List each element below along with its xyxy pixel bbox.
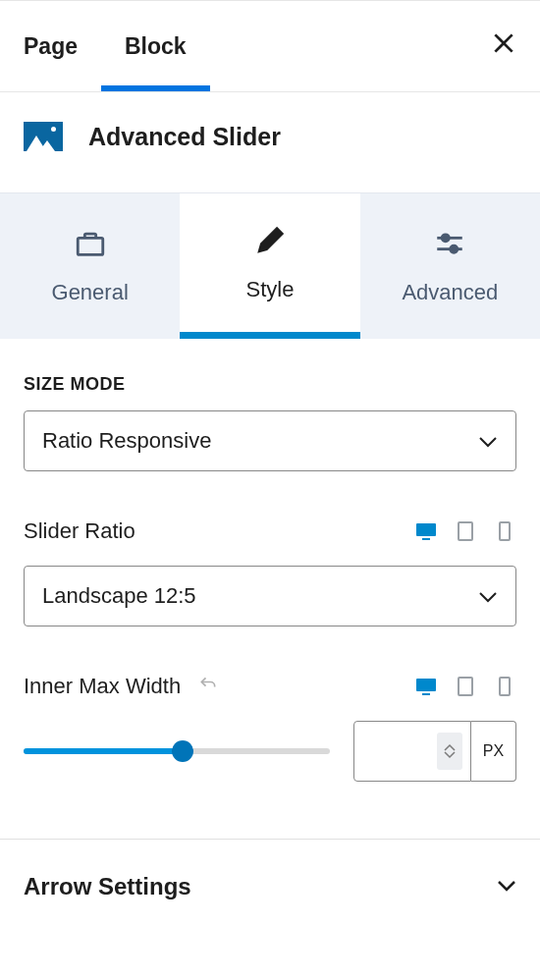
slider-ratio-value: Landscape 12:5 — [42, 583, 196, 609]
subtab-advanced[interactable]: Advanced — [360, 193, 540, 339]
svg-rect-14 — [500, 678, 510, 695]
close-button[interactable] — [491, 30, 516, 63]
svg-rect-11 — [416, 679, 436, 691]
subtab-style[interactable]: Style — [180, 193, 359, 339]
chevron-down-icon — [478, 428, 498, 454]
tab-block[interactable]: Block — [101, 1, 210, 91]
mobile-icon[interactable] — [493, 675, 516, 698]
slider-ratio-label: Slider Ratio — [24, 518, 135, 544]
subtab-general[interactable]: General — [0, 193, 180, 339]
inspector-top-tabs: Page Block — [0, 0, 540, 92]
tablet-icon[interactable] — [454, 675, 477, 698]
reset-icon[interactable] — [198, 675, 218, 698]
size-mode-label: SIZE MODE — [24, 374, 516, 395]
chevron-down-icon — [478, 583, 498, 609]
device-toggles — [414, 519, 516, 543]
svg-rect-8 — [422, 538, 430, 540]
style-sub-tabs: General Style Advanced — [0, 192, 540, 339]
svg-rect-7 — [416, 523, 436, 536]
close-icon — [491, 30, 516, 63]
chevron-down-icon — [497, 878, 516, 896]
svg-point-4 — [443, 235, 450, 242]
size-mode-select[interactable]: Ratio Responsive — [24, 410, 516, 471]
size-mode-value: Ratio Responsive — [42, 428, 211, 454]
svg-point-6 — [451, 245, 458, 252]
subtab-label: Advanced — [402, 280, 498, 305]
slider-ratio-select[interactable]: Landscape 12:5 — [24, 566, 516, 626]
desktop-icon[interactable] — [414, 519, 438, 543]
arrow-settings-title: Arrow Settings — [24, 873, 191, 900]
subtab-label: Style — [246, 277, 295, 302]
inner-max-width-label: Inner Max Width — [24, 674, 181, 699]
inner-max-width-control: PX — [24, 721, 516, 782]
slider-thumb[interactable] — [172, 740, 193, 762]
device-toggles — [414, 675, 516, 698]
inner-max-width-slider[interactable] — [24, 741, 330, 761]
svg-rect-9 — [459, 522, 472, 540]
block-title: Advanced Slider — [88, 123, 281, 151]
style-panel: SIZE MODE Ratio Responsive Slider Ratio … — [0, 339, 540, 782]
sliders-icon — [433, 227, 466, 266]
arrow-settings-accordion[interactable]: Arrow Settings — [0, 840, 540, 934]
svg-rect-2 — [78, 238, 103, 254]
inner-max-width-input[interactable] — [353, 721, 471, 782]
slider-block-icon — [24, 122, 63, 151]
desktop-icon[interactable] — [414, 675, 438, 698]
svg-rect-13 — [459, 678, 472, 695]
tab-page[interactable]: Page — [24, 1, 101, 91]
slider-ratio-row: Slider Ratio — [24, 518, 516, 544]
svg-rect-12 — [422, 693, 430, 695]
mobile-icon[interactable] — [493, 519, 516, 543]
pen-icon — [253, 224, 287, 263]
svg-rect-10 — [500, 522, 510, 540]
briefcase-icon — [74, 227, 107, 266]
tablet-icon[interactable] — [454, 519, 477, 543]
inner-max-width-row: Inner Max Width — [24, 674, 516, 699]
number-stepper[interactable] — [437, 733, 462, 770]
subtab-label: General — [52, 280, 129, 305]
block-header: Advanced Slider — [0, 92, 540, 192]
unit-select[interactable]: PX — [471, 721, 516, 782]
